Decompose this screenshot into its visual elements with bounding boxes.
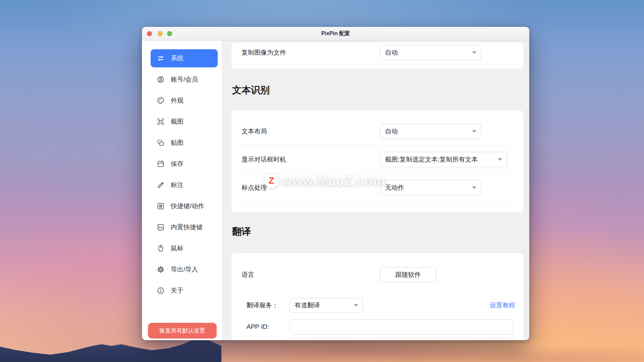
fn-key-icon: Fn [157, 223, 165, 231]
hash-key-icon [157, 202, 165, 210]
sidebar-item-label: 导出/导入 [171, 265, 198, 274]
close-button[interactable] [147, 31, 152, 36]
pencil-icon [157, 181, 165, 189]
punctuation-dropdown[interactable]: 无动作 [380, 180, 481, 195]
sidebar-item-save[interactable]: 保存 [151, 155, 218, 173]
next-input-partial[interactable] [289, 338, 514, 340]
minimize-button[interactable] [158, 31, 163, 36]
punctuation-label: 标点处理 [241, 183, 267, 192]
sidebar-item-label: 保存 [171, 160, 183, 168]
ocr-card: 文本布局 自动 显示对话框时机 截图;复制选定文本;复制所有文本 标点处理 无动… [231, 111, 523, 212]
translate-service-dropdown[interactable]: 有道翻译 [289, 298, 363, 313]
ocr-section-title: 文本识别 [232, 84, 270, 97]
sidebar-item-mouse[interactable]: 鼠标 [151, 239, 218, 257]
sidebar-item-label: 内置快捷键 [171, 223, 203, 232]
save-icon [157, 160, 165, 168]
sidebar-item-label: 标注 [171, 181, 183, 189]
palette-icon [157, 97, 165, 105]
general-card: 复制图像为文件 自动 [231, 43, 523, 69]
reset-all-defaults-button[interactable]: 恢复所有默认设置 [148, 323, 217, 339]
sidebar-item-label: 贴图 [171, 138, 183, 147]
language-follow-app-button[interactable]: 跟随软件 [380, 267, 436, 283]
translate-card: 语言 跟随软件 翻译服务： 有道翻译 设置教程 APP ID: [231, 253, 523, 340]
titlebar: PixPin 配置 [142, 27, 529, 41]
sidebar-item-annotate[interactable]: 标注 [151, 176, 218, 194]
sidebar-item-account[interactable]: 账号/会员 [151, 70, 218, 88]
translate-service-label: 翻译服务： [247, 301, 278, 310]
setup-tutorial-link[interactable]: 设置教程 [490, 301, 515, 310]
sidebar-item-about[interactable]: 关于 [151, 282, 218, 300]
pixpin-settings-window: PixPin 配置 系统 账号/会员 外观 截图 贴图 [142, 27, 529, 340]
dropdown-value: 有道翻译 [294, 301, 320, 310]
sliders-icon [157, 54, 165, 62]
sidebar-item-export-import[interactable]: 导出/导入 [151, 260, 218, 279]
svg-text:Fn: Fn [159, 226, 163, 229]
sidebar-item-label: 快捷键/动作 [171, 202, 204, 210]
sidebar-item-hotkeys[interactable]: 快捷键/动作 [151, 197, 218, 215]
translate-section-title: 翻译 [232, 225, 251, 238]
mouse-icon [157, 244, 165, 252]
dialog-timing-dropdown[interactable]: 截图;复制选定文本;复制所有文本 [380, 152, 507, 167]
screenshot-icon [157, 118, 165, 126]
settings-content: 复制图像为文件 自动 文本识别 文本布局 自动 显示对话框时机 截图;复制选定文… [223, 41, 529, 340]
app-id-label: APP ID: [247, 322, 269, 331]
text-layout-label: 文本布局 [241, 127, 267, 136]
sidebar-item-pin-image[interactable]: 贴图 [151, 134, 218, 152]
user-icon [157, 75, 165, 83]
copy-image-as-file-dropdown[interactable]: 自动 [380, 45, 481, 60]
dropdown-value: 截图;复制选定文本;复制所有文本 [385, 155, 478, 164]
dialog-timing-label: 显示对话框时机 [241, 155, 286, 164]
sidebar-item-label: 账号/会员 [171, 75, 198, 84]
sidebar-item-appearance[interactable]: 外观 [151, 92, 218, 110]
sidebar-item-label: 外观 [171, 96, 183, 105]
gear-icon [157, 265, 165, 274]
sidebar-item-label: 鼠标 [171, 244, 183, 253]
sidebar-item-screenshot[interactable]: 截图 [151, 113, 218, 131]
row-divider [236, 174, 518, 174]
sidebar-item-label: 截图 [171, 117, 183, 126]
row-divider [236, 202, 518, 202]
sidebar-item-system[interactable]: 系统 [151, 49, 218, 67]
sidebar-item-builtin-hotkeys[interactable]: Fn 内置快捷键 [151, 218, 218, 236]
window-title: PixPin 配置 [321, 30, 350, 37]
dropdown-value: 自动 [385, 127, 398, 136]
sidebar-item-label: 关于 [171, 286, 183, 295]
zoom-button[interactable] [167, 31, 172, 36]
info-icon [157, 287, 165, 295]
row-divider [236, 145, 518, 146]
sidebar: 系统 账号/会员 外观 截图 贴图 保存 [142, 41, 222, 340]
dropdown-value: 自动 [385, 48, 398, 57]
app-id-input[interactable] [289, 319, 514, 335]
copy-image-as-file-label: 复制图像为文件 [241, 48, 286, 57]
desktop-wallpaper: PixPin 配置 系统 账号/会员 外观 截图 贴图 [0, 0, 644, 362]
button-label: 跟随软件 [395, 270, 421, 279]
language-label: 语言 [241, 270, 254, 279]
dropdown-value: 无动作 [385, 183, 404, 192]
sidebar-item-label: 系统 [171, 54, 183, 63]
text-layout-dropdown[interactable]: 自动 [380, 124, 481, 139]
pin-image-icon [157, 139, 165, 147]
